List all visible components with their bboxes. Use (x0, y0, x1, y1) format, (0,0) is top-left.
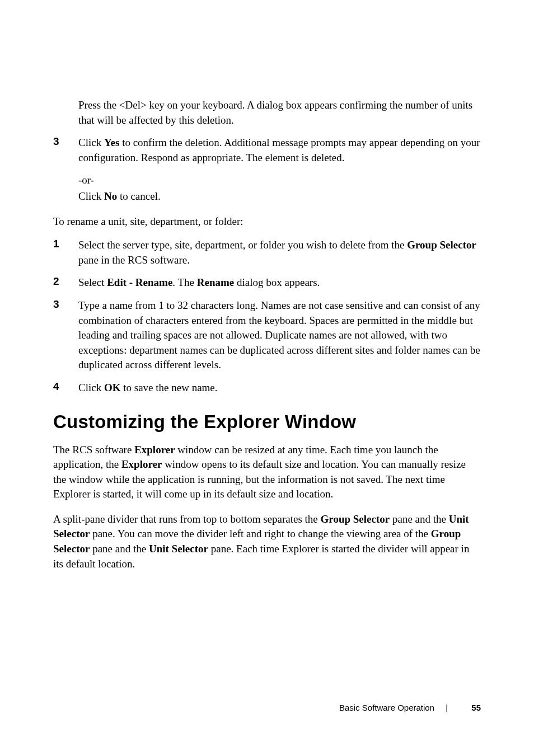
group-selector-label: Group Selector (321, 513, 390, 525)
step-number: 1 (53, 238, 78, 267)
section-heading: Customizing the Explorer Window (53, 411, 481, 433)
text: Select the server type, site, department… (78, 239, 407, 251)
no-label: No (104, 190, 117, 202)
or-text: -or- (78, 173, 481, 188)
unit-selector-label: Unit Selector (149, 543, 208, 555)
footer-separator: | (446, 703, 448, 712)
text: A split-pane divider that runs from top … (53, 513, 321, 525)
footer-section: Basic Software Operation (339, 703, 434, 712)
step-body: Select the server type, site, department… (78, 238, 481, 267)
text: pane and the (390, 513, 449, 525)
explorer-label: Explorer (121, 458, 162, 470)
page-footer: Basic Software Operation | 55 (339, 703, 481, 712)
text: dialog box appears. (234, 276, 320, 288)
step-body: Click Yes to confirm the deletion. Addit… (78, 135, 481, 165)
step-body: Type a name from 1 to 32 characters long… (78, 298, 481, 373)
step-number: 4 (53, 381, 78, 396)
text: Click (78, 190, 104, 202)
explorer-label: Explorer (134, 444, 175, 456)
step-number: 3 (53, 298, 78, 373)
text: pane and the (90, 543, 149, 555)
yes-label: Yes (104, 137, 119, 148)
text: pane in the RCS software. (78, 254, 190, 266)
rename-step-3: 3 Type a name from 1 to 32 characters lo… (53, 298, 481, 373)
text: Click (78, 137, 104, 148)
or-alternative: Click No to cancel. (78, 189, 481, 204)
paragraph-1: The RCS software Explorer window can be … (53, 443, 481, 502)
step-3: 3 Click Yes to confirm the deletion. Add… (53, 135, 481, 165)
continuation-text: Press the <Del> key on your keyboard. A … (78, 98, 481, 128)
rename-step-1: 1 Select the server type, site, departme… (53, 238, 481, 267)
paragraph-2: A split-pane divider that runs from top … (53, 512, 481, 571)
text: Select (78, 276, 107, 288)
text: pane. You can move the divider left and … (90, 528, 430, 539)
rename-label: Rename (197, 276, 234, 288)
step-body: Select Edit - Rename. The Rename dialog … (78, 275, 320, 290)
text: to save the new name. (120, 382, 217, 393)
page-number: 55 (471, 703, 481, 712)
edit-rename-label: Edit - Rename (107, 276, 172, 288)
ok-label: OK (104, 382, 121, 393)
text: Click (78, 382, 104, 393)
rename-step-4: 4 Click OK to save the new name. (53, 381, 481, 396)
step-number: 2 (53, 275, 78, 290)
text: to confirm the deletion. Additional mess… (78, 137, 480, 163)
rename-intro: To rename a unit, site, department, or f… (53, 214, 481, 229)
rename-step-2: 2 Select Edit - Rename. The Rename dialo… (53, 275, 481, 290)
step-number: 3 (53, 135, 78, 165)
group-selector-label: Group Selector (407, 239, 476, 251)
text: . The (172, 276, 196, 288)
text: The RCS software (53, 444, 134, 456)
step-body: Click OK to save the new name. (78, 381, 218, 396)
text: to cancel. (117, 190, 161, 202)
